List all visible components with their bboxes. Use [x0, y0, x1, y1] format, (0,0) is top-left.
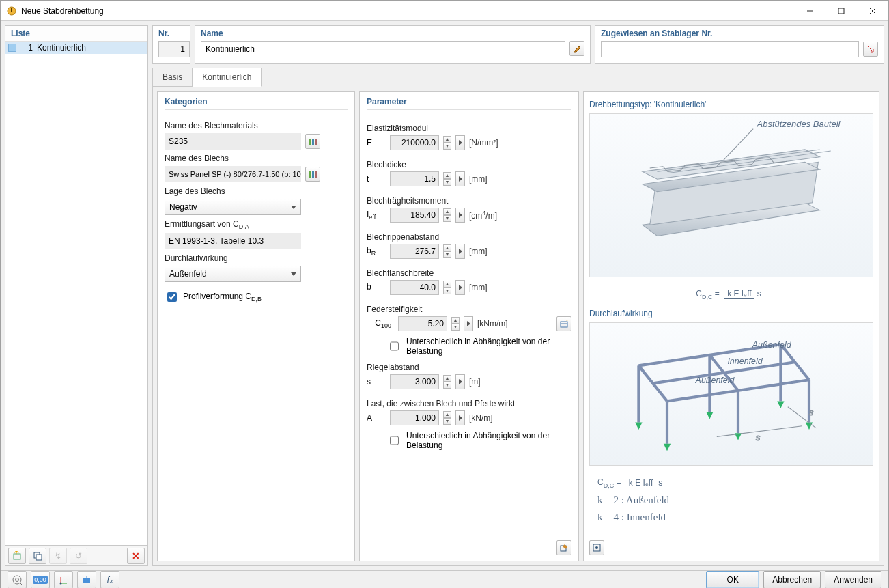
- t-input[interactable]: [390, 171, 439, 186]
- ieff-more-button[interactable]: [455, 208, 465, 223]
- c100-symbol: C100: [367, 318, 394, 329]
- t-group-label: Blechdicke: [367, 160, 572, 169]
- bt-group-label: Blechflanschbreite: [367, 268, 572, 278]
- close-button[interactable]: [857, 1, 888, 20]
- svg-text:Außenfeld: Außenfeld: [752, 341, 792, 350]
- dialog-footer: 0,00 fₓ OK Abbrechen Anwenden: [1, 570, 888, 588]
- svg-line-72: [20, 583, 22, 585]
- c100-diff-row[interactable]: Unterschiedlich in Abhängigkeit von der …: [367, 337, 572, 356]
- svg-rect-1: [11, 8, 12, 12]
- t-more-button[interactable]: [455, 171, 465, 186]
- bt-symbol: bT: [367, 282, 386, 293]
- a-unit: [kN/m]: [469, 413, 493, 423]
- svg-marker-57: [778, 402, 785, 408]
- param-edit-button[interactable]: [556, 540, 572, 555]
- br-input[interactable]: [390, 244, 439, 259]
- s-spinner[interactable]: ▲▼: [443, 375, 451, 389]
- list-item[interactable]: 1 Kontinuierlich: [5, 42, 147, 54]
- c100-spinner[interactable]: ▲▼: [451, 317, 460, 331]
- view-settings-button[interactable]: [589, 540, 604, 555]
- c100-diff-checkbox[interactable]: [390, 341, 399, 351]
- preview-button[interactable]: [77, 571, 96, 588]
- nr-input[interactable]: [158, 41, 190, 57]
- maximize-button[interactable]: [825, 1, 857, 20]
- svg-marker-56: [707, 412, 714, 419]
- name-input[interactable]: [201, 41, 565, 57]
- units-button[interactable]: 0,00: [31, 571, 50, 588]
- a-symbol: A: [367, 413, 386, 423]
- br-symbol: bR: [367, 246, 386, 257]
- apply-button[interactable]: Anwenden: [825, 571, 881, 588]
- pick-support-button[interactable]: [863, 42, 878, 57]
- profil-checkbox-row[interactable]: Profilverformung CD,B: [165, 290, 348, 304]
- s-more-button[interactable]: [455, 374, 465, 389]
- br-spinner[interactable]: ▲▼: [443, 244, 451, 258]
- a-diff-label: Unterschiedlich in Abhängigkeit von der …: [406, 431, 572, 450]
- c100-diff-label: Unterschiedlich in Abhängigkeit von der …: [406, 337, 572, 356]
- a-spinner[interactable]: ▲▼: [443, 411, 451, 425]
- link-button: ↯: [49, 548, 67, 564]
- app-icon: [6, 5, 17, 16]
- e-spinner[interactable]: ▲▼: [443, 136, 451, 150]
- s-input[interactable]: [390, 374, 439, 389]
- titlebar: Neue Stabdrehbettung: [1, 1, 888, 21]
- blech-label: Name des Blechs: [165, 154, 348, 163]
- svg-marker-60: [806, 423, 813, 430]
- c100-group-label: Federsteifigkeit: [367, 305, 572, 314]
- profil-checkbox[interactable]: [167, 292, 177, 302]
- type-formula: CD,C = k E Iₑffs: [589, 287, 873, 300]
- s-group-label: Riegelabstand: [367, 363, 572, 372]
- minimize-button[interactable]: [794, 1, 825, 20]
- svg-text:s: s: [756, 433, 760, 443]
- a-input[interactable]: [390, 410, 439, 425]
- edit-name-button[interactable]: [569, 41, 584, 56]
- svg-marker-58: [664, 444, 671, 451]
- new-item-button[interactable]: ✶: [8, 548, 26, 564]
- svg-text:✶: ✶: [565, 320, 568, 324]
- e-input[interactable]: [390, 135, 439, 150]
- br-more-button[interactable]: [455, 244, 465, 259]
- illustration-panel: Drehbettungstyp: 'Kontinuierlich': [583, 91, 879, 561]
- material-field[interactable]: S235: [165, 133, 301, 150]
- e-unit: [N/mm²]: [469, 138, 498, 148]
- list-header: Liste: [5, 26, 147, 42]
- material-library-button[interactable]: [305, 134, 320, 149]
- script-button[interactable]: fₓ: [100, 571, 119, 588]
- lage-select[interactable]: Negativ: [165, 199, 301, 215]
- blech-library-button[interactable]: [305, 167, 320, 182]
- help-button[interactable]: [8, 571, 27, 588]
- c100-input[interactable]: [398, 316, 447, 331]
- ermittlung-field[interactable]: EN 1993-1-3, Tabelle 10.3: [165, 233, 301, 249]
- a-diff-checkbox[interactable]: [390, 436, 399, 445]
- svg-rect-76: [83, 578, 90, 583]
- tab-basis[interactable]: Basis: [153, 68, 193, 87]
- a-diff-row[interactable]: Unterschiedlich in Abhängigkeit von der …: [367, 431, 572, 450]
- a-more-button[interactable]: [455, 410, 465, 425]
- assign-input[interactable]: [601, 41, 859, 57]
- parameter-panel: Parameter Elastizitätsmodul E ▲▼ [N/mm²]…: [359, 91, 579, 561]
- ieff-input[interactable]: [390, 208, 439, 223]
- coord-button[interactable]: [54, 571, 73, 588]
- delete-item-button[interactable]: ✕: [127, 548, 145, 564]
- name-label: Name: [201, 29, 584, 38]
- parameter-title: Parameter: [367, 97, 572, 110]
- copy-item-button[interactable]: [29, 548, 46, 564]
- c100-table-button[interactable]: ✶: [556, 316, 572, 331]
- svg-line-41: [724, 129, 753, 160]
- cancel-button[interactable]: Abbrechen: [763, 571, 821, 588]
- ok-button[interactable]: OK: [706, 571, 759, 588]
- ieff-spinner[interactable]: ▲▼: [443, 208, 451, 222]
- bt-input[interactable]: [390, 280, 439, 295]
- bt-more-button[interactable]: [455, 280, 465, 295]
- durchlauf-select[interactable]: Außenfeld: [165, 266, 301, 282]
- k2-line: k = 2 : Außenfeld: [589, 494, 873, 506]
- lage-value: Negativ: [169, 202, 197, 212]
- blech-field[interactable]: Swiss Panel SP (-) 80/276.7-1.50 (b: 100…: [165, 166, 301, 182]
- t-spinner[interactable]: ▲▼: [443, 172, 451, 186]
- e-more-button[interactable]: [455, 135, 465, 150]
- svg-point-75: [60, 583, 62, 585]
- bt-spinner[interactable]: ▲▼: [443, 281, 451, 294]
- c100-more-button[interactable]: [464, 316, 473, 331]
- list-item-label: Kontinuierlich: [37, 43, 86, 53]
- tab-kontinuierlich[interactable]: Kontinuierlich: [193, 68, 262, 87]
